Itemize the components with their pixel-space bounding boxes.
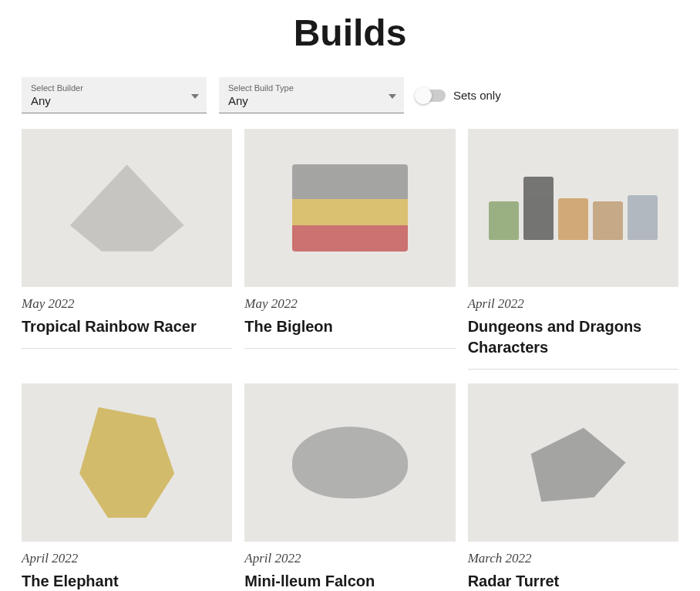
builder-select[interactable]: Select Builder Any	[22, 77, 207, 113]
filters-bar: Select Builder Any Select Build Type Any…	[22, 77, 678, 113]
build-card[interactable]: April 2022 Dungeons and Dragons Characte…	[468, 129, 678, 370]
build-thumbnail	[244, 129, 455, 287]
build-type-select[interactable]: Select Build Type Any	[219, 77, 404, 113]
build-type-select-value: Any	[228, 94, 248, 107]
build-title: Tropical Rainbow Racer	[22, 316, 232, 337]
card-divider	[244, 348, 455, 349]
build-title: The Bigleon	[244, 316, 455, 337]
builds-grid: May 2022 Tropical Rainbow Racer May 2022…	[22, 129, 678, 591]
chevron-down-icon	[191, 88, 199, 102]
builder-select-label: Select Builder	[31, 83, 197, 93]
build-thumbnail	[22, 383, 232, 542]
build-date: April 2022	[22, 551, 232, 566]
build-thumbnail	[468, 383, 678, 542]
build-title: Mini-lleum Falcon	[244, 571, 455, 591]
build-date: March 2022	[468, 551, 678, 566]
build-type-select-label: Select Build Type	[228, 83, 395, 93]
toggle-knob	[415, 87, 432, 104]
builder-select-value: Any	[31, 94, 51, 107]
chevron-down-icon	[389, 88, 396, 102]
build-card[interactable]: March 2022 Radar Turret	[468, 383, 678, 591]
build-date: May 2022	[22, 296, 232, 312]
card-divider	[22, 348, 232, 349]
build-date: April 2022	[468, 296, 678, 312]
build-card[interactable]: May 2022 Tropical Rainbow Racer	[22, 129, 232, 370]
build-thumbnail	[22, 129, 232, 287]
build-thumbnail	[468, 129, 678, 287]
sets-only-label: Sets only	[453, 89, 501, 102]
page-title: Builds	[22, 0, 678, 77]
sets-only-control: Sets only	[416, 89, 501, 102]
sets-only-toggle[interactable]	[416, 89, 446, 102]
build-title: The Elephant	[22, 571, 232, 591]
card-divider	[468, 369, 678, 370]
build-card[interactable]: April 2022 Mini-lleum Falcon	[244, 383, 455, 591]
build-date: May 2022	[244, 296, 455, 312]
build-title: Radar Turret	[468, 571, 678, 591]
build-card[interactable]: April 2022 The Elephant	[22, 383, 232, 591]
build-card[interactable]: May 2022 The Bigleon	[244, 129, 455, 370]
build-thumbnail	[244, 383, 455, 542]
build-title: Dungeons and Dragons Characters	[468, 316, 678, 358]
build-date: April 2022	[244, 551, 455, 566]
